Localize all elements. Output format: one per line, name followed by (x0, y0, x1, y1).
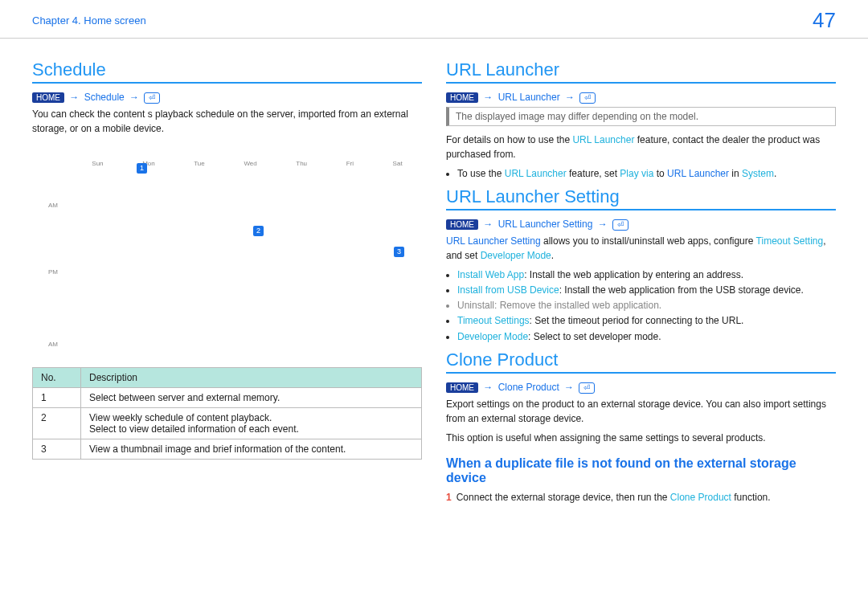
home-button[interactable]: HOME (446, 382, 478, 393)
cell-desc: View weekly schedule of content playback… (81, 407, 422, 439)
day-row: Sun Mon Tue Wed Thu Fri Sat (32, 160, 422, 167)
clone-heading: Clone Product (446, 349, 836, 374)
note-box: The displayed image may differ depending… (446, 107, 836, 126)
table-row: 3 View a thumbnail image and brief infor… (33, 439, 422, 459)
callout-3: 3 (394, 247, 404, 257)
page-number: 47 (813, 8, 836, 33)
table-row: 2 View weekly schedule of content playba… (33, 407, 422, 439)
y-label: AM (48, 341, 58, 348)
url-launcher-path: HOME → URL Launcher → ⏎ (446, 92, 836, 104)
clone-path: HOME → Clone Product → ⏎ (446, 382, 836, 394)
path-item: URL Launcher (498, 92, 560, 103)
url-setting-p1: URL Launcher Setting allows you to insta… (446, 234, 836, 263)
arrow-icon: → (596, 219, 610, 230)
list-item: Developer Mode: Select to set developer … (457, 329, 836, 345)
link-url-launcher: URL Launcher (572, 134, 634, 145)
table-header-row: No. Description (33, 367, 422, 387)
enter-icon[interactable]: ⏎ (144, 92, 160, 104)
arrow-icon: → (67, 92, 81, 103)
arrow-icon: → (562, 382, 576, 393)
clone-p1: Export settings on the product to an ext… (446, 397, 836, 426)
arrow-icon: → (481, 219, 495, 230)
path-item: Clone Product (498, 382, 559, 393)
day-label: Sat (393, 160, 403, 167)
left-column: Schedule HOME → Schedule → ⏎ You can che… (32, 55, 422, 505)
url-launcher-bullet: To use the URL Launcher feature, set Pla… (457, 166, 836, 182)
step-number: 1 (446, 492, 452, 503)
list-item: Timeout Settings: Set the timeout period… (457, 313, 836, 329)
note-text: The displayed image may differ depending… (456, 111, 698, 122)
arrow-icon: → (481, 382, 495, 393)
schedule-graphic: 1 Sun Mon Tue Wed Thu Fri Sat AM 2 3 PM … (32, 160, 422, 361)
arrow-icon: → (563, 92, 577, 103)
schedule-nav-path: HOME → Schedule → ⏎ (32, 92, 422, 104)
day-label: Wed (244, 160, 256, 167)
table-row: 1 Select between server and external mem… (33, 387, 422, 407)
clone-step-1: 1Connect the external storage device, th… (446, 490, 836, 505)
schedule-intro: You can check the content s playback sch… (32, 107, 422, 136)
th-desc: Description (81, 367, 422, 387)
page-header: Chapter 4. Home screen 47 (0, 0, 868, 39)
list-item: Install Web App: Install the web applica… (457, 268, 836, 283)
arrow-icon: → (127, 92, 141, 103)
day-label: Fri (346, 160, 354, 167)
home-button[interactable]: HOME (446, 219, 478, 230)
list-item: Uninstall: Remove the installed web appl… (457, 298, 836, 313)
schedule-heading: Schedule (32, 59, 422, 84)
cell-desc: View a thumbnail image and brief informa… (81, 439, 422, 459)
url-setting-heading: URL Launcher Setting (446, 186, 836, 210)
schedule-table: No. Description 1 Select between server … (32, 367, 422, 460)
url-setting-list: Install Web App: Install the web applica… (457, 268, 836, 345)
chapter-label: Chapter 4. Home screen (32, 14, 146, 27)
arrow-icon: → (481, 92, 495, 103)
cell-desc: Select between server and external memor… (81, 387, 422, 407)
home-button[interactable]: HOME (446, 92, 478, 103)
url-setting-path: HOME → URL Launcher Setting → ⏎ (446, 219, 836, 231)
enter-icon[interactable]: ⏎ (579, 382, 595, 394)
enter-icon[interactable]: ⏎ (612, 219, 628, 231)
cell-no: 2 (33, 407, 81, 439)
day-label: Tue (194, 160, 205, 167)
callout-2: 2 (253, 226, 264, 236)
url-launcher-heading: URL Launcher (446, 59, 836, 84)
day-label: Sun (92, 160, 103, 167)
url-launcher-p1: For details on how to use the URL Launch… (446, 133, 836, 161)
clone-subhead: When a duplicate file is not found on th… (446, 456, 836, 485)
path-schedule: Schedule (84, 92, 125, 103)
home-button[interactable]: HOME (32, 92, 64, 103)
day-label: Thu (296, 160, 307, 167)
list-item: Install from USB Device: Install the web… (457, 283, 836, 298)
cell-no: 1 (33, 387, 81, 407)
th-no: No. (33, 367, 81, 387)
clone-p2: This option is useful when assigning the… (446, 431, 836, 445)
right-column: URL Launcher HOME → URL Launcher → ⏎ The… (446, 55, 836, 505)
cell-no: 3 (33, 439, 81, 459)
y-label: PM (48, 268, 58, 276)
path-item: URL Launcher Setting (498, 219, 593, 230)
y-label: AM (48, 202, 58, 209)
list-item: To use the URL Launcher feature, set Pla… (457, 166, 836, 182)
callout-1: 1 (137, 163, 147, 174)
enter-icon[interactable]: ⏎ (579, 92, 596, 104)
